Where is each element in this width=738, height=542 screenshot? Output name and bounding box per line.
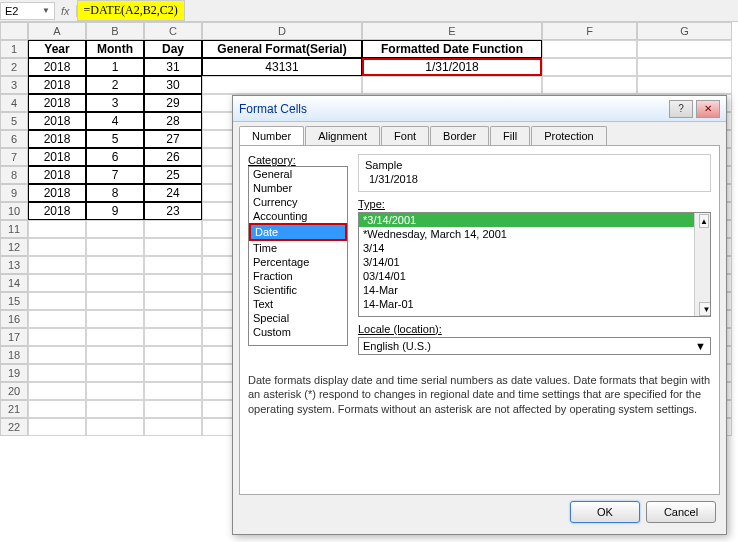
tab-fill[interactable]: Fill [490,126,530,145]
cell[interactable] [86,310,144,328]
row-header[interactable]: 18 [0,346,28,364]
cell[interactable] [86,418,144,436]
row-header[interactable]: 17 [0,328,28,346]
row-header[interactable]: 10 [0,202,28,220]
cell[interactable] [28,238,86,256]
cell[interactable] [28,382,86,400]
list-item[interactable]: 3/14/01 [359,255,710,269]
cell[interactable]: 4 [86,112,144,130]
tab-border[interactable]: Border [430,126,489,145]
cell[interactable] [86,364,144,382]
cell[interactable] [542,40,637,58]
row-header[interactable]: 12 [0,238,28,256]
cell[interactable]: 8 [86,184,144,202]
cell[interactable] [28,256,86,274]
cell[interactable]: General Format(Serial) [202,40,362,58]
tab-alignment[interactable]: Alignment [305,126,380,145]
row-header[interactable]: 16 [0,310,28,328]
cell[interactable] [542,76,637,94]
select-all-corner[interactable] [0,22,28,40]
cell[interactable] [144,364,202,382]
cell[interactable] [86,256,144,274]
cell[interactable]: 5 [86,130,144,148]
scrollbar[interactable]: ▲ ▼ [694,213,710,316]
list-item[interactable]: 3/14 [359,241,710,255]
cell[interactable] [144,238,202,256]
cell[interactable] [144,292,202,310]
cell[interactable] [144,400,202,418]
type-listbox[interactable]: *3/14/2001 *Wednesday, March 14, 2001 3/… [358,212,711,317]
list-item[interactable]: 03/14/01 [359,269,710,283]
row-header[interactable]: 15 [0,292,28,310]
list-item[interactable]: *Wednesday, March 14, 2001 [359,227,710,241]
active-cell[interactable]: 1/31/2018 [362,58,542,76]
cell[interactable] [362,76,542,94]
row-header[interactable]: 7 [0,148,28,166]
tab-number[interactable]: Number [239,126,304,145]
list-item[interactable]: Time [249,241,347,255]
cell[interactable] [28,220,86,238]
row-header[interactable]: 13 [0,256,28,274]
cell[interactable]: 2018 [28,184,86,202]
row-header[interactable]: 4 [0,94,28,112]
cell[interactable]: 7 [86,166,144,184]
cell[interactable] [144,310,202,328]
list-item[interactable]: Currency [249,195,347,209]
cell[interactable] [144,418,202,436]
cell[interactable] [86,292,144,310]
cell[interactable] [86,346,144,364]
cell[interactable]: Month [86,40,144,58]
cell[interactable]: 30 [144,76,202,94]
list-item[interactable]: Special [249,311,347,325]
cell[interactable]: 2018 [28,148,86,166]
cell[interactable]: 24 [144,184,202,202]
cell[interactable]: 6 [86,148,144,166]
cell[interactable] [144,220,202,238]
cell[interactable] [144,328,202,346]
cell[interactable]: 2018 [28,166,86,184]
list-item[interactable]: Scientific [249,283,347,297]
cell[interactable] [28,310,86,328]
close-button[interactable]: ✕ [696,100,720,118]
help-button[interactable]: ? [669,100,693,118]
cell[interactable]: 2018 [28,58,86,76]
name-box[interactable]: E2 ▼ [0,2,55,20]
cell[interactable]: 27 [144,130,202,148]
list-item[interactable]: General [249,167,347,181]
col-header-f[interactable]: F [542,22,637,40]
fx-label[interactable]: fx [55,5,77,17]
cancel-button[interactable]: Cancel [646,501,716,523]
list-item[interactable]: 14-Mar [359,283,710,297]
cell[interactable]: 2018 [28,130,86,148]
cell[interactable] [28,328,86,346]
col-header-d[interactable]: D [202,22,362,40]
row-header[interactable]: 19 [0,364,28,382]
row-header[interactable]: 8 [0,166,28,184]
row-header[interactable]: 22 [0,418,28,436]
cell[interactable]: 43131 [202,58,362,76]
formula-input[interactable]: =DATE(A2,B2,C2) [77,0,185,21]
list-item[interactable]: Number [249,181,347,195]
cell[interactable] [86,328,144,346]
row-header[interactable]: 2 [0,58,28,76]
row-header[interactable]: 1 [0,40,28,58]
cell[interactable] [86,382,144,400]
cell[interactable] [86,274,144,292]
cell[interactable] [28,274,86,292]
cell[interactable] [28,418,86,436]
list-item[interactable]: Fraction [249,269,347,283]
list-item-selected[interactable]: *3/14/2001 [359,213,710,227]
cell[interactable]: 2 [86,76,144,94]
col-header-c[interactable]: C [144,22,202,40]
cell[interactable]: 1 [86,58,144,76]
cell[interactable] [28,364,86,382]
cell[interactable]: 2018 [28,94,86,112]
cell[interactable] [144,256,202,274]
col-header-a[interactable]: A [28,22,86,40]
cell[interactable]: 3 [86,94,144,112]
cell[interactable]: 26 [144,148,202,166]
cell[interactable]: 9 [86,202,144,220]
cell[interactable] [86,400,144,418]
cell[interactable]: 25 [144,166,202,184]
cell[interactable] [144,346,202,364]
